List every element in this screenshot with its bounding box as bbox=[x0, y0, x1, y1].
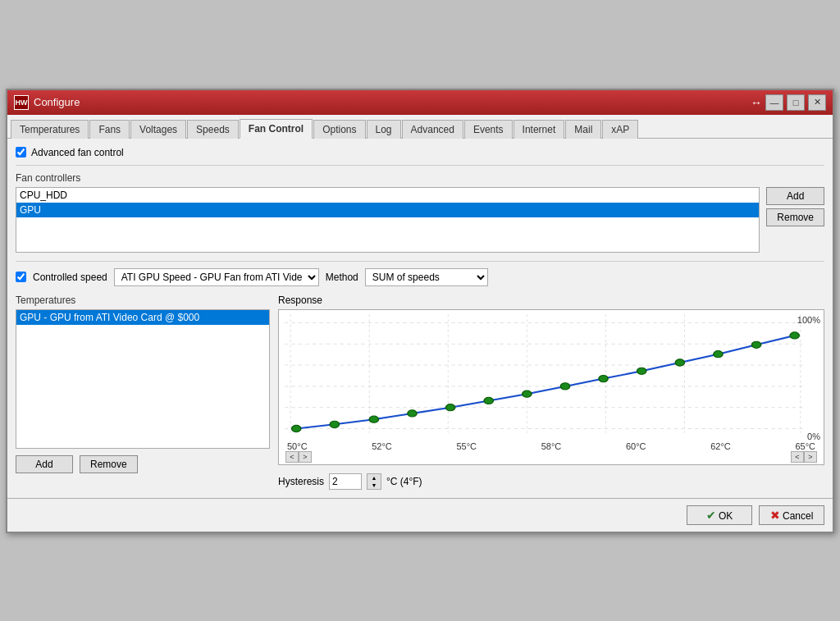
controlled-speed-checkbox[interactable] bbox=[16, 272, 26, 282]
controlled-speed-row: Controlled speed ATI GPU Speed - GPU Fan… bbox=[16, 268, 824, 286]
tab-log[interactable]: Log bbox=[367, 120, 401, 139]
chart-y-top-label: 100% bbox=[797, 315, 820, 325]
temperatures-section: Temperatures GPU - GPU from ATI Video Ca… bbox=[16, 295, 270, 490]
method-label: Method bbox=[326, 272, 358, 283]
add-fan-controller-button[interactable]: Add bbox=[766, 187, 824, 205]
controlled-speed-label: Controlled speed bbox=[33, 272, 107, 283]
tab-fan-control[interactable]: Fan Control bbox=[240, 119, 313, 139]
svg-point-19 bbox=[523, 390, 532, 397]
title-bar-left: HW Configure bbox=[14, 95, 80, 110]
fan-list-item-cpu-hdd[interactable]: CPU_HDD bbox=[16, 188, 759, 203]
tab-speeds[interactable]: Speeds bbox=[187, 120, 239, 139]
close-button[interactable]: ✕ bbox=[808, 94, 826, 111]
response-section: Response 100% 0% bbox=[278, 295, 824, 490]
chart-nav-right-prev[interactable]: < bbox=[791, 451, 804, 463]
fan-controllers-label: Fan controllers bbox=[16, 172, 824, 184]
cancel-button[interactable]: ✖ Cancel bbox=[759, 505, 824, 525]
response-label: Response bbox=[278, 295, 824, 306]
x-label-58: 58°C bbox=[541, 441, 562, 451]
title-bar-controls: ↔ — □ ✕ bbox=[751, 94, 826, 111]
cancel-x-icon: ✖ bbox=[770, 509, 780, 522]
tab-fans[interactable]: Fans bbox=[89, 120, 130, 139]
fan-controllers-section: CPU_HDD GPU Add Remove bbox=[16, 187, 824, 253]
ok-label: OK bbox=[719, 510, 733, 522]
ok-check-icon: ✔ bbox=[706, 509, 716, 522]
title-bar: HW Configure ↔ — □ ✕ bbox=[7, 90, 833, 115]
x-label-52: 52°C bbox=[372, 441, 392, 451]
svg-point-23 bbox=[675, 358, 684, 365]
temperatures-label: Temperatures bbox=[16, 295, 270, 306]
hysteresis-unit: °C (4°F) bbox=[386, 476, 422, 487]
cancel-label: Cancel bbox=[783, 510, 813, 522]
tab-temperatures[interactable]: Temperatures bbox=[11, 120, 89, 139]
temp-list-item-gpu[interactable]: GPU - GPU from ATI Video Card @ $000 bbox=[16, 310, 269, 325]
tab-internet[interactable]: Internet bbox=[514, 120, 565, 139]
add-temp-button[interactable]: Add bbox=[16, 455, 73, 473]
remove-fan-controller-button[interactable]: Remove bbox=[766, 208, 824, 226]
hysteresis-up-button[interactable]: ▲ bbox=[368, 474, 381, 482]
lower-section: Temperatures GPU - GPU from ATI Video Ca… bbox=[16, 295, 824, 490]
svg-point-16 bbox=[408, 409, 417, 416]
svg-point-22 bbox=[637, 368, 646, 374]
resize-icon: ↔ bbox=[751, 96, 762, 109]
chart-container: 100% 0% bbox=[278, 309, 824, 465]
advanced-fan-control-label: Advanced fan control bbox=[31, 147, 124, 158]
bottom-bar: ✔ OK ✖ Cancel bbox=[7, 498, 833, 532]
advanced-fan-control-row: Advanced fan control bbox=[16, 147, 824, 158]
chart-nav-right-next[interactable]: > bbox=[804, 451, 817, 463]
chart-nav-right: < > bbox=[791, 451, 817, 463]
svg-point-25 bbox=[751, 341, 760, 348]
tab-advanced[interactable]: Advanced bbox=[402, 120, 463, 139]
method-dropdown[interactable]: SUM of speeds bbox=[365, 268, 488, 286]
x-label-50: 50°C bbox=[287, 441, 308, 451]
svg-point-26 bbox=[790, 331, 799, 338]
hysteresis-row: Hysteresis ▲ ▼ °C (4°F) bbox=[278, 473, 824, 490]
svg-point-18 bbox=[484, 397, 493, 404]
svg-point-20 bbox=[560, 382, 569, 389]
x-label-62: 62°C bbox=[710, 441, 731, 451]
svg-point-14 bbox=[330, 421, 339, 427]
speed-dropdown[interactable]: ATI GPU Speed - GPU Fan from ATI Video C… bbox=[114, 268, 319, 286]
tab-xap[interactable]: xAP bbox=[602, 120, 638, 139]
temp-list[interactable]: GPU - GPU from ATI Video Card @ $000 bbox=[16, 309, 270, 449]
chart-nav-row: < > < > bbox=[279, 451, 824, 463]
chart-nav-left-next[interactable]: > bbox=[299, 451, 312, 463]
tab-events[interactable]: Events bbox=[464, 120, 513, 139]
hysteresis-down-button[interactable]: ▼ bbox=[368, 482, 381, 489]
tabs-bar: Temperatures Fans Voltages Speeds Fan Co… bbox=[7, 115, 833, 139]
svg-point-21 bbox=[599, 375, 608, 381]
main-window: HW Configure ↔ — □ ✕ Temperatures Fans V… bbox=[6, 89, 834, 533]
app-icon: HW bbox=[14, 95, 29, 110]
response-chart-svg[interactable] bbox=[279, 310, 824, 441]
remove-temp-button[interactable]: Remove bbox=[80, 455, 138, 473]
tab-options[interactable]: Options bbox=[313, 120, 365, 139]
chart-y-bottom-label: 0% bbox=[807, 432, 820, 441]
svg-point-17 bbox=[445, 404, 454, 410]
advanced-fan-control-checkbox[interactable] bbox=[16, 147, 26, 158]
ok-button[interactable]: ✔ OK bbox=[687, 505, 752, 525]
hysteresis-label: Hysteresis bbox=[278, 476, 324, 487]
content-area: Advanced fan control Fan controllers CPU… bbox=[7, 139, 833, 498]
svg-point-13 bbox=[292, 425, 301, 432]
svg-point-24 bbox=[714, 350, 723, 357]
fan-list-item-gpu[interactable]: GPU bbox=[16, 203, 759, 217]
fan-list[interactable]: CPU_HDD GPU bbox=[16, 187, 760, 253]
hysteresis-spinner: ▲ ▼ bbox=[367, 473, 381, 490]
chart-nav-left-prev[interactable]: < bbox=[285, 451, 299, 463]
chart-x-labels: 50°C 52°C 55°C 58°C 60°C 62°C 65°C bbox=[279, 441, 824, 451]
minimize-button[interactable]: — bbox=[765, 94, 783, 111]
tab-voltages[interactable]: Voltages bbox=[130, 120, 186, 139]
window-title: Configure bbox=[34, 96, 80, 108]
maximize-button[interactable]: □ bbox=[787, 94, 805, 111]
fan-buttons: Add Remove bbox=[766, 187, 824, 253]
temp-buttons: Add Remove bbox=[16, 455, 270, 473]
hysteresis-input[interactable] bbox=[329, 473, 362, 490]
svg-point-15 bbox=[369, 416, 378, 422]
x-label-65: 65°C bbox=[795, 441, 815, 451]
tab-mail[interactable]: Mail bbox=[565, 120, 601, 139]
chart-nav-left: < > bbox=[285, 451, 312, 463]
x-label-60: 60°C bbox=[626, 441, 646, 451]
x-label-55: 55°C bbox=[456, 441, 477, 451]
